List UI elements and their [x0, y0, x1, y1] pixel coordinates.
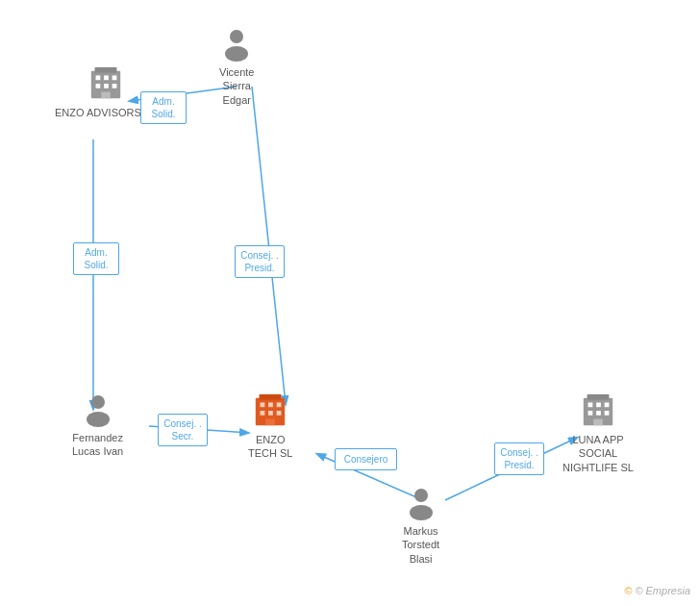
- svg-rect-14: [101, 92, 111, 99]
- label-consej-secr: Consej. .Secr.: [158, 414, 208, 446]
- svg-rect-34: [605, 402, 610, 407]
- person-icon-vicente: [219, 27, 254, 62]
- svg-point-29: [410, 505, 433, 520]
- svg-rect-38: [593, 419, 603, 426]
- watermark-text: © Empresia: [635, 585, 690, 596]
- svg-rect-10: [112, 75, 117, 80]
- node-fernandez: FernandezLucas Ivan: [72, 392, 123, 459]
- diagram: ENZO ADVISORS SL VicenteSierraEdgar Fern…: [0, 0, 700, 606]
- svg-rect-11: [96, 84, 101, 88]
- svg-rect-20: [260, 394, 282, 400]
- svg-rect-22: [268, 402, 273, 407]
- svg-rect-13: [112, 84, 117, 88]
- svg-rect-32: [588, 402, 593, 407]
- building-icon-enzo-advisors: [88, 65, 124, 102]
- svg-rect-31: [588, 394, 610, 400]
- watermark: © © Empresia: [624, 585, 690, 596]
- svg-point-18: [87, 412, 110, 427]
- svg-point-17: [91, 395, 105, 409]
- svg-rect-8: [96, 75, 101, 80]
- vicente-label: VicenteSierraEdgar: [219, 65, 255, 107]
- markus-label: MarkusTorstedtBlasi: [402, 524, 439, 566]
- luna-app-label: LUNA APPSOCIALNIGHTLIFE SL: [562, 433, 634, 474]
- svg-rect-23: [277, 402, 282, 407]
- svg-point-28: [414, 489, 428, 502]
- building-icon-luna-app: [580, 392, 616, 429]
- svg-rect-12: [104, 84, 109, 88]
- svg-rect-37: [605, 411, 610, 416]
- svg-rect-24: [261, 411, 265, 416]
- label-consej-presid-1: Consej. .Presid.: [235, 245, 285, 278]
- svg-point-16: [225, 46, 248, 62]
- svg-rect-26: [277, 411, 282, 416]
- node-enzo-tech: ENZOTECH SL: [248, 392, 292, 461]
- label-adm-solid-2: Adm.Solid.: [73, 242, 119, 275]
- node-markus: MarkusTorstedtBlasi: [402, 486, 439, 566]
- node-luna-app: LUNA APPSOCIALNIGHTLIFE SL: [562, 392, 634, 474]
- person-icon-fernandez: [81, 392, 115, 427]
- node-vicente: VicenteSierraEdgar: [219, 27, 255, 107]
- label-consej-presid-2: Consej. .Presid.: [494, 442, 544, 475]
- svg-rect-25: [268, 411, 273, 416]
- watermark-copyright: ©: [624, 585, 632, 596]
- svg-point-15: [230, 30, 243, 43]
- building-icon-enzo-tech: [252, 392, 288, 429]
- svg-rect-21: [261, 402, 265, 407]
- svg-rect-27: [265, 419, 275, 426]
- label-adm-solid-1: Adm.Solid.: [140, 91, 187, 124]
- fernandez-label: FernandezLucas Ivan: [72, 431, 123, 459]
- svg-rect-36: [596, 411, 601, 416]
- svg-rect-9: [104, 75, 109, 80]
- enzo-tech-label: ENZOTECH SL: [248, 433, 292, 461]
- svg-rect-33: [596, 402, 601, 407]
- label-consejero: Consejero: [335, 448, 397, 470]
- person-icon-markus: [404, 486, 438, 520]
- svg-rect-35: [588, 411, 593, 416]
- svg-rect-7: [95, 67, 117, 73]
